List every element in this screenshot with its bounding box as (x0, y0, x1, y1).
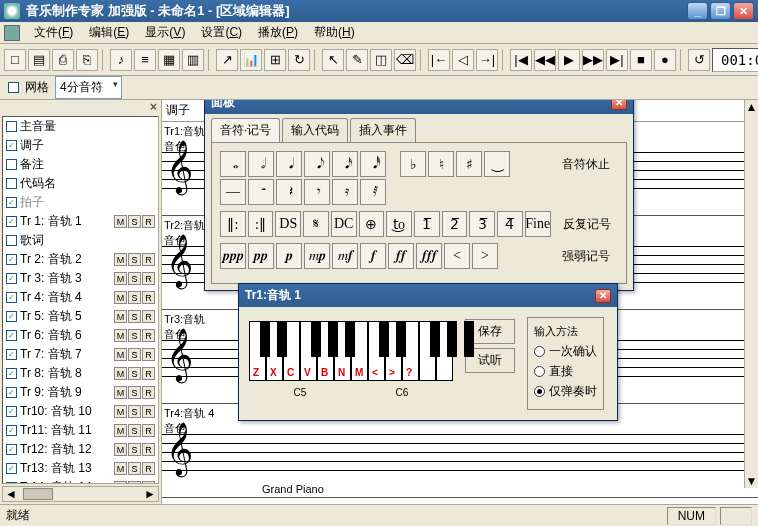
note-button[interactable]: 𝅘𝅥𝅮 (304, 151, 330, 177)
s-button[interactable]: S (128, 215, 141, 228)
panel-tab[interactable]: 输入代码 (282, 118, 348, 142)
m-button[interactable]: M (114, 215, 127, 228)
toolbar-tool-button[interactable]: ◫ (370, 49, 392, 71)
s-button[interactable]: S (128, 310, 141, 323)
scroll-up-icon[interactable]: ▲ (745, 100, 758, 114)
sidebar-track[interactable]: ✓Tr 8: 音轨 8MSR (3, 364, 158, 383)
accidental-button[interactable]: ♭ (400, 151, 426, 177)
m-button[interactable]: M (114, 386, 127, 399)
black-key[interactable] (464, 321, 474, 357)
sidebar-track[interactable]: ✓Tr 6: 音轨 6MSR (3, 326, 158, 345)
sidebar-track[interactable]: ✓Tr 2: 音轨 2MSR (3, 250, 158, 269)
input-method-radio[interactable]: 一次确认 (534, 343, 597, 360)
s-button[interactable]: S (128, 348, 141, 361)
checkbox[interactable]: ✓ (6, 197, 17, 208)
toolbar-transport-button[interactable]: ▶| (606, 49, 628, 71)
s-button[interactable]: S (128, 462, 141, 475)
sidebar-track[interactable]: 歌词 (3, 231, 158, 250)
rest-button[interactable]: — (220, 179, 246, 205)
r-button[interactable]: R (142, 462, 155, 475)
checkbox[interactable] (6, 159, 17, 170)
symbol-button[interactable]: ⊕ (359, 211, 385, 237)
panel-tab[interactable]: 插入事件 (350, 118, 416, 142)
symbol-button[interactable]: 𝆏𝆏 (248, 243, 274, 269)
checkbox[interactable]: ✓ (6, 444, 17, 455)
s-button[interactable]: S (128, 481, 141, 484)
menu-帮助(H)[interactable]: 帮助(H) (306, 22, 363, 43)
rest-button[interactable]: 𝅀 (360, 179, 386, 205)
s-button[interactable]: S (128, 367, 141, 380)
menu-播放(P)[interactable]: 播放(P) (250, 22, 306, 43)
toolbar-mode-button[interactable]: ▥ (182, 49, 204, 71)
sidebar-track[interactable]: ✓Tr 9: 音轨 9MSR (3, 383, 158, 402)
note-button[interactable]: 𝅘𝅥 (276, 151, 302, 177)
rest-button[interactable]: 𝄽 (276, 179, 302, 205)
s-button[interactable]: S (128, 272, 141, 285)
m-button[interactable]: M (114, 462, 127, 475)
toolbar-mode-button[interactable]: ▦ (158, 49, 180, 71)
r-button[interactable]: R (142, 329, 155, 342)
scroll-thumb[interactable] (23, 488, 53, 500)
symbol-button[interactable]: Fine (525, 211, 551, 237)
sidebar-group[interactable]: 备注 (3, 155, 158, 174)
r-button[interactable]: R (142, 310, 155, 323)
note-button[interactable]: 𝅘𝅥𝅰 (360, 151, 386, 177)
m-button[interactable]: M (114, 367, 127, 380)
toolbar-punch-button[interactable]: ◁ (452, 49, 474, 71)
symbol-button[interactable]: 𝆑 (360, 243, 386, 269)
input-method-radio[interactable]: 仅弹奏时 (534, 383, 597, 400)
toolbar-transport-button[interactable]: ◀◀ (534, 49, 556, 71)
toolbar-mode-button[interactable]: ♪ (110, 49, 132, 71)
toolbar-tool-button[interactable]: ⌫ (394, 49, 416, 71)
toolbar-file-button[interactable]: ⎙ (52, 49, 74, 71)
s-button[interactable]: S (128, 386, 141, 399)
toolbar-mode-button[interactable]: ≡ (134, 49, 156, 71)
symbol-button[interactable]: 1̅ (414, 211, 440, 237)
sidebar-group[interactable]: ✓调子 (3, 136, 158, 155)
note-button[interactable]: 𝅘𝅥𝅯 (332, 151, 358, 177)
toolbar-edit-button[interactable]: ↗ (216, 49, 238, 71)
menu-设置(C)[interactable]: 设置(C) (193, 22, 250, 43)
menu-编辑(E)[interactable]: 编辑(E) (81, 22, 137, 43)
rest-button[interactable]: 𝄼 (248, 179, 274, 205)
symbol-button[interactable]: < (444, 243, 470, 269)
symbol-button[interactable]: 𝄋 (303, 211, 329, 237)
toolbar-edit-button[interactable]: 📊 (240, 49, 262, 71)
black-key[interactable] (311, 321, 321, 357)
rest-button[interactable]: 𝄿 (332, 179, 358, 205)
sidebar-track[interactable]: ✓Tr 3: 音轨 3MSR (3, 269, 158, 288)
sidebar-track[interactable]: ✓Tr10: 音轨 10MSR (3, 402, 158, 421)
black-key[interactable] (345, 321, 355, 357)
sidebar-track[interactable]: ✓Tr12: 音轨 12MSR (3, 440, 158, 459)
toolbar-transport-button[interactable]: ■ (630, 49, 652, 71)
s-button[interactable]: S (128, 291, 141, 304)
r-button[interactable]: R (142, 386, 155, 399)
menu-文件(F)[interactable]: 文件(F) (26, 22, 81, 43)
piano-keyboard[interactable]: ZXCVBNM<>? (249, 321, 453, 381)
symbol-button[interactable]: > (472, 243, 498, 269)
symbol-button[interactable]: 𝆐𝆏 (304, 243, 330, 269)
r-button[interactable]: R (142, 215, 155, 228)
sidebar-track[interactable]: ✓Tr14: 音轨 14MSR (3, 478, 158, 484)
s-button[interactable]: S (128, 253, 141, 266)
toolbar-transport-button[interactable]: ▶▶ (582, 49, 604, 71)
black-key[interactable] (328, 321, 338, 357)
symbol-button[interactable]: :‖ (248, 211, 274, 237)
m-button[interactable]: M (114, 329, 127, 342)
sidebar-close[interactable]: × (0, 100, 161, 114)
checkbox[interactable] (6, 235, 17, 246)
sidebar-track[interactable]: ✓Tr 7: 音轨 7MSR (3, 345, 158, 364)
vscroll[interactable]: ▲ ▼ (744, 100, 758, 488)
sidebar-track[interactable]: ✓Tr11: 音轨 11MSR (3, 421, 158, 440)
sidebar-track[interactable]: ✓Tr 5: 音轨 5MSR (3, 307, 158, 326)
r-button[interactable]: R (142, 405, 155, 418)
panel-tab[interactable]: 音符·记号 (211, 118, 280, 142)
m-button[interactable]: M (114, 405, 127, 418)
black-key[interactable] (379, 321, 389, 357)
symbol-button[interactable]: 𝆏 (276, 243, 302, 269)
checkbox[interactable]: ✓ (6, 140, 17, 151)
r-button[interactable]: R (142, 424, 155, 437)
checkbox[interactable]: ✓ (6, 311, 17, 322)
black-key[interactable] (430, 321, 440, 357)
checkbox[interactable]: ✓ (6, 273, 17, 284)
